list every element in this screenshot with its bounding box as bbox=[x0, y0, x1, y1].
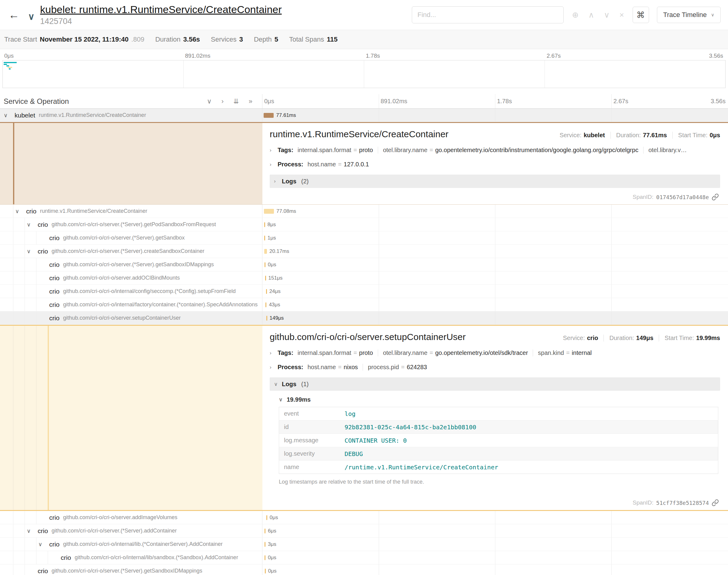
log-entry-toggle[interactable]: ∨ 19.99ms bbox=[279, 396, 720, 403]
collapse-one-icon[interactable]: ∨ bbox=[207, 97, 212, 105]
span-operation-name: github.com/cri-o/cri-o/server.(*Server).… bbox=[52, 568, 202, 574]
span-toggle-icon[interactable]: ∨ bbox=[4, 112, 14, 119]
minimap-span-bar bbox=[9, 68, 11, 70]
span-row[interactable]: ∨crioruntime.v1.RuntimeService/CreateCon… bbox=[0, 205, 728, 218]
span-duration-bar[interactable] bbox=[265, 542, 265, 547]
span-service-name: crio bbox=[49, 301, 60, 308]
span-duration-label: 0μs bbox=[268, 568, 277, 574]
logs-accordion[interactable]: ∨ Logs (1) bbox=[270, 377, 720, 391]
span-row[interactable]: criogithub.com/cri-o/cri-o/internal/fact… bbox=[0, 298, 728, 311]
span-service-name: crio bbox=[49, 314, 60, 322]
minimap-span-bar bbox=[6, 65, 9, 66]
span-row[interactable]: criogithub.com/cri-o/cri-o/server.(*Serv… bbox=[0, 231, 728, 245]
span-operation-name: github.com/cri-o/cri-o/internal/lib.(*Co… bbox=[63, 541, 223, 547]
span-duration-bar[interactable] bbox=[264, 236, 265, 240]
span-operation-name: github.com/cri-o/cri-o/server.setupConta… bbox=[63, 315, 181, 321]
span-row[interactable]: criogithub.com/cri-o/cri-o/server.(*Serv… bbox=[0, 564, 728, 575]
span-row[interactable]: criogithub.com/cri-o/cri-o/server.addIma… bbox=[0, 511, 728, 524]
process-accordion[interactable]: › Process: host.name=127.0.0.1 bbox=[270, 161, 720, 168]
span-duration-bar[interactable] bbox=[266, 316, 267, 320]
tree-guide-line bbox=[25, 524, 25, 537]
span-toggle-icon[interactable]: ∨ bbox=[38, 541, 49, 548]
span-duration-bar[interactable] bbox=[264, 249, 267, 254]
log-field-key: id bbox=[279, 420, 340, 434]
log-field-row: eventlog bbox=[279, 407, 718, 420]
trace-title-link[interactable]: kubelet: runtime.v1.RuntimeService/Creat… bbox=[40, 4, 282, 15]
span-duration-bar[interactable] bbox=[266, 289, 267, 294]
span-detail-meta: Service:crio Duration:149μs Start Time:1… bbox=[557, 335, 720, 342]
tags-accordion[interactable]: › Tags: internal.span.format=protootel.l… bbox=[270, 147, 720, 154]
jaeger-trace-page: ← ∨ kubelet: runtime.v1.RuntimeService/C… bbox=[0, 0, 728, 575]
process-accordion[interactable]: › Process: host.name=nixosprocess.pid=62… bbox=[270, 364, 720, 371]
trace-view-dropdown[interactable]: Trace Timeline ∨ bbox=[657, 7, 721, 23]
span-row[interactable]: ∨criogithub.com/cri-o/cri-o/server.(*Ser… bbox=[0, 524, 728, 538]
collapse-all-icon[interactable]: ⇊ bbox=[233, 97, 239, 105]
tree-guide-line bbox=[25, 511, 25, 524]
next-match-icon[interactable]: ∨ bbox=[604, 10, 609, 20]
span-operation-name: github.com/cri-o/cri-o/server.addImageVo… bbox=[63, 514, 177, 521]
link-icon[interactable] bbox=[712, 499, 719, 506]
span-bar-wrap: 3μs bbox=[265, 538, 276, 551]
span-duration-bar[interactable] bbox=[265, 302, 266, 307]
span-id-value: 0174567d17a0448e bbox=[656, 194, 709, 200]
trace-id: 1425704 bbox=[40, 17, 282, 26]
span-timeline-cell: 149μs bbox=[262, 311, 728, 325]
tree-guide-line bbox=[25, 311, 25, 325]
span-row[interactable]: ∨criogithub.com/cri-o/cri-o/internal/lib… bbox=[0, 538, 728, 551]
log-field-key: log.severity bbox=[279, 447, 340, 461]
tags-accordion[interactable]: › Tags: internal.span.format=protootel.l… bbox=[270, 349, 720, 357]
expand-one-icon[interactable]: › bbox=[222, 97, 224, 105]
clear-search-icon[interactable]: × bbox=[619, 10, 624, 20]
span-service-name: crio bbox=[26, 208, 36, 215]
minimap-canvas[interactable] bbox=[2, 60, 726, 88]
span-row[interactable]: criogithub.com/cri-o/cri-o/internal/lib/… bbox=[0, 551, 728, 564]
span-duration-bar[interactable] bbox=[265, 569, 266, 573]
span-duration-bar[interactable] bbox=[265, 276, 266, 280]
trace-minimap: 0μs891.02ms1.78s2.67s3.56s bbox=[0, 49, 728, 88]
span-detail-title: runtime.v1.RuntimeService/CreateContaine… bbox=[270, 129, 449, 139]
tree-guide-line bbox=[13, 285, 13, 298]
span-duration-bar[interactable] bbox=[265, 555, 265, 560]
match-target-icon[interactable]: ⊕ bbox=[572, 10, 579, 20]
span-row[interactable]: criogithub.com/cri-o/cri-o/server.addOCI… bbox=[0, 271, 728, 285]
span-duration-bar[interactable] bbox=[264, 209, 274, 214]
prev-match-icon[interactable]: ∧ bbox=[588, 10, 594, 20]
span-timeline-cell: 1μs bbox=[262, 231, 728, 244]
span-toggle-icon[interactable]: ∨ bbox=[27, 248, 38, 255]
tags-list: internal.span.format=protootel.library.n… bbox=[298, 349, 596, 357]
span-id-row: SpanID: 51cf7f38e5128574 bbox=[270, 495, 720, 510]
span-bar-wrap: 1μs bbox=[264, 231, 276, 244]
span-row[interactable]: criogithub.com/cri-o/cri-o/server.setupC… bbox=[0, 311, 728, 325]
span-row[interactable]: ∨criogithub.com/cri-o/cri-o/server.(*Ser… bbox=[0, 245, 728, 258]
span-row[interactable]: ∨kubeletruntime.v1.RuntimeService/Create… bbox=[0, 109, 728, 122]
span-duration-bar[interactable] bbox=[264, 222, 265, 227]
span-detail-panel: runtime.v1.RuntimeService/CreateContaine… bbox=[262, 123, 728, 204]
logs-count: (2) bbox=[301, 178, 308, 185]
span-duration-bar[interactable] bbox=[266, 515, 267, 520]
span-duration-bar[interactable] bbox=[265, 529, 265, 533]
span-row[interactable]: criogithub.com/cri-o/cri-o/server.(*Serv… bbox=[0, 258, 728, 271]
find-input[interactable] bbox=[412, 6, 564, 23]
span-timeline-cell: 20.17ms bbox=[262, 245, 728, 258]
chevron-right-icon: › bbox=[274, 178, 282, 184]
span-duration-bar[interactable] bbox=[265, 262, 265, 267]
find-zone: ⊕ ∧ ∨ × ⌘ Trace Timeline ∨ bbox=[412, 6, 722, 23]
timeline-tick: 891.02ms bbox=[380, 98, 407, 105]
span-row[interactable]: ∨criogithub.com/cri-o/cri-o/server.(*Ser… bbox=[0, 218, 728, 231]
span-bar-wrap: 77.08ms bbox=[264, 205, 296, 218]
span-toggle-icon[interactable]: ∨ bbox=[27, 221, 38, 228]
span-duration-bar[interactable] bbox=[264, 113, 274, 118]
span-toggle-icon[interactable]: ∨ bbox=[27, 528, 38, 534]
expand-all-icon[interactable]: » bbox=[249, 97, 253, 105]
span-toggle-icon[interactable]: ∨ bbox=[15, 208, 26, 215]
log-field-value: /runtime.v1.RuntimeService/CreateContain… bbox=[340, 461, 718, 474]
logs-accordion[interactable]: › Logs (2) bbox=[270, 175, 720, 188]
tree-guide-line bbox=[25, 298, 25, 311]
back-button[interactable]: ← bbox=[8, 8, 20, 21]
link-icon[interactable] bbox=[712, 193, 719, 201]
trace-collapse-chevron-icon[interactable]: ∨ bbox=[28, 11, 35, 22]
span-duration-label: 0μs bbox=[268, 262, 276, 268]
tree-guide-line bbox=[13, 511, 13, 524]
keyboard-shortcuts-button[interactable]: ⌘ bbox=[633, 7, 649, 23]
span-row[interactable]: criogithub.com/cri-o/cri-o/internal/conf… bbox=[0, 285, 728, 298]
